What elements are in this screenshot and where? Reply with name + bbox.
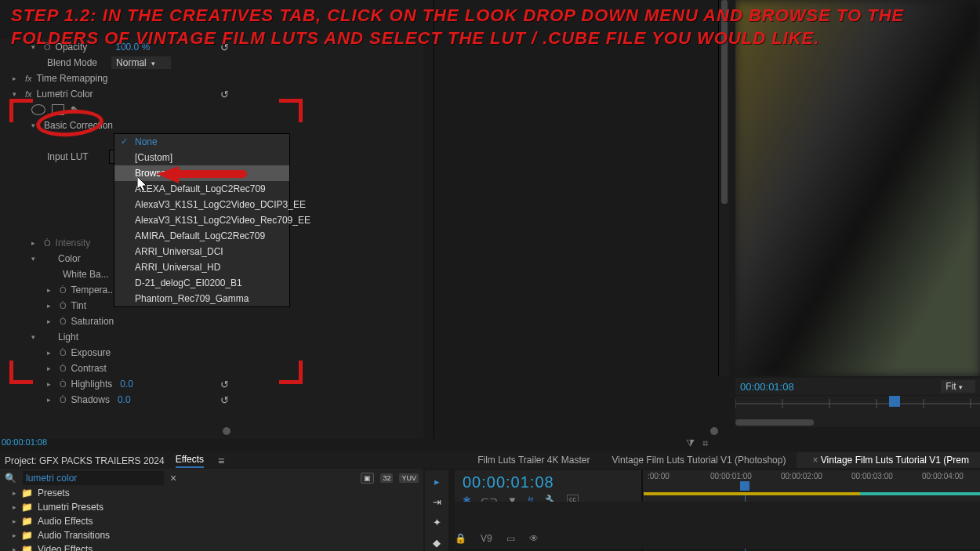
badge-accel[interactable]: ▣: [361, 473, 374, 484]
ripple-tool-icon[interactable]: ⇥: [429, 494, 445, 509]
folder-icon: 📁: [21, 544, 33, 551]
program-ruler[interactable]: [735, 396, 980, 427]
track-label[interactable]: V9: [481, 533, 492, 544]
highlights-label: Highlights: [71, 379, 113, 390]
lumetri-color-row[interactable]: ▾ fx Lumetri Color ↺: [0, 86, 423, 102]
blend-mode-row[interactable]: Blend Mode Normal▾: [0, 55, 423, 71]
folder-icon: 📁: [21, 488, 33, 498]
clear-search-icon[interactable]: ×: [170, 472, 176, 484]
scroll-handle[interactable]: [710, 427, 718, 435]
stopwatch-icon[interactable]: Ò: [60, 379, 67, 389]
chevron-right-icon: ▸: [13, 503, 16, 511]
stopwatch-icon[interactable]: Ò: [60, 301, 67, 310]
stopwatch-icon[interactable]: Ò: [60, 317, 67, 326]
lut-option[interactable]: AlexaV3_K1S1_LogC2Video_DCIP3_EE: [114, 197, 289, 212]
folder-row[interactable]: ▸📁Audio Transitions: [0, 528, 423, 542]
program-footer: 00:00:01:08 Fit ▾: [735, 378, 980, 395]
annotation-bracket: [9, 361, 33, 384]
exposure-label: Exposure: [71, 347, 111, 358]
sequence-tabs: Film Luts Trailer 4K Master Vintage Film…: [423, 451, 980, 469]
track-header-controls: 🔒 V9 ▭ 👁: [455, 533, 539, 544]
lut-option-none[interactable]: ✓ None: [114, 134, 289, 150]
badge-32[interactable]: 32: [380, 473, 393, 483]
render-bar-green: [860, 492, 980, 495]
source-patch-icon[interactable]: ▭: [506, 533, 515, 544]
light-group-row[interactable]: ▾ Light: [0, 329, 423, 345]
lut-option[interactable]: AMIRA_Default_LogC2Rec709: [114, 228, 289, 244]
eye-icon[interactable]: 👁: [529, 533, 539, 544]
lock-icon[interactable]: 🔒: [455, 533, 466, 544]
reset-icon[interactable]: ↺: [220, 89, 229, 100]
effects-search-input[interactable]: [23, 471, 164, 485]
ruler-tick: 00:00:04:00: [922, 472, 964, 480]
folder-row[interactable]: ▸📁Video Effects: [0, 542, 423, 551]
ellipse-mask-icon[interactable]: [31, 104, 45, 115]
program-timecode[interactable]: 00:00:01:08: [740, 381, 794, 393]
highlights-row[interactable]: ▸ Ò Highlights 0.0 ↺: [0, 376, 423, 392]
white-balance-label: White Ba...: [63, 269, 109, 280]
effects-folder-list: ▸📁Presets ▸📁Lumetri Presets ▸📁Audio Effe…: [0, 486, 423, 551]
lut-option-custom[interactable]: [Custom]: [114, 150, 289, 165]
svg-rect-10: [735, 419, 814, 426]
time-remapping-row[interactable]: ▸ fx Time Remapping: [0, 71, 423, 86]
highlights-value[interactable]: 0.0: [120, 379, 133, 390]
program-scrollbar[interactable]: [718, 0, 729, 376]
stopwatch-icon[interactable]: Ò: [60, 395, 67, 404]
folder-row[interactable]: ▸📁Lumetri Presets: [0, 500, 423, 514]
exposure-row[interactable]: ▸ Ò Exposure: [0, 345, 423, 361]
ruler-tick: :00:00: [648, 472, 670, 480]
lut-option[interactable]: Phantom_Rec709_Gamma: [114, 291, 289, 306]
stopwatch-icon[interactable]: Ò: [60, 285, 67, 295]
zoom-fit-select[interactable]: Fit ▾: [941, 380, 975, 393]
chevron-right-icon: ▸: [13, 531, 16, 539]
blend-mode-label: Blend Mode: [47, 57, 97, 68]
funnel-icon[interactable]: ⧩: [686, 437, 695, 450]
scroll-handle[interactable]: [223, 427, 230, 435]
stopwatch-icon[interactable]: Ò: [44, 238, 51, 248]
folder-row[interactable]: ▸📁Presets: [0, 486, 423, 500]
annotation-bracket: [279, 99, 303, 122]
track-select-icon[interactable]: ✦: [429, 514, 445, 530]
lut-option[interactable]: ARRI_Universal_DCI: [114, 244, 289, 259]
chevron-down-icon: ▾: [151, 60, 155, 67]
lut-option[interactable]: ARRI_Universal_HD: [114, 259, 289, 275]
sequence-tab[interactable]: Film Luts Trailer 4K Master: [466, 452, 601, 468]
shadows-row[interactable]: ▸ Ò Shadows 0.0 ↺: [0, 392, 423, 408]
timeline-playhead[interactable]: [740, 481, 750, 491]
lut-option[interactable]: AlexaV3_K1S1_LogC2Video_Rec709_EE: [114, 212, 289, 228]
project-label[interactable]: Project: GFX PACKS TRAILERS 2024: [5, 455, 165, 466]
annotation-bracket: [279, 361, 303, 384]
folder-row[interactable]: ▸📁Audio Effects: [0, 514, 423, 528]
chevron-right-icon: ▸: [13, 489, 16, 497]
stopwatch-icon[interactable]: Ò: [60, 364, 67, 373]
razor-tool-icon[interactable]: ◆: [429, 535, 445, 550]
folder-icon: 📁: [21, 530, 33, 541]
color-label: Color: [58, 253, 81, 264]
badge-yuv[interactable]: YUV: [399, 473, 419, 483]
folder-icon: 📁: [21, 516, 33, 527]
render-bar-yellow: [644, 492, 860, 495]
panel-divider[interactable]: [433, 0, 434, 439]
effects-hscroll[interactable]: [0, 427, 721, 437]
input-lut-dropdown[interactable]: ✓ None [Custom] Browse... ALEXA_Default_…: [114, 133, 290, 307]
temperature-label: Tempera...: [71, 285, 116, 295]
timeline-ruler[interactable]: :00:00 00:00:01:00 00:00:02:00 00:00:03:…: [643, 470, 980, 494]
reset-icon[interactable]: ↺: [220, 379, 229, 390]
contrast-row[interactable]: ▸ Ò Contrast: [0, 361, 423, 376]
shadows-value[interactable]: 0.0: [118, 394, 131, 405]
saturation-row[interactable]: ▸ Ò Saturation: [0, 314, 423, 329]
chevron-right-icon: ▸: [47, 380, 55, 388]
settings-icon[interactable]: ⌗: [702, 437, 708, 450]
lut-option[interactable]: D-21_delogC_EI0200_B1: [114, 275, 289, 291]
sequence-tab[interactable]: Vintage Film Luts Tutorial V1 (Photoshop…: [601, 452, 797, 468]
sequence-tab-active[interactable]: × Vintage Film Luts Tutorial V1 (Prem: [797, 452, 980, 468]
stopwatch-icon[interactable]: Ò: [60, 348, 67, 357]
reset-icon[interactable]: ↺: [220, 394, 229, 406]
annotation-arrow: [157, 166, 251, 198]
chevron-right-icon: ▸: [47, 364, 55, 372]
effects-tab[interactable]: Effects: [176, 454, 204, 468]
panel-menu-icon[interactable]: ≡: [218, 455, 224, 467]
close-icon[interactable]: ×: [812, 455, 818, 466]
selection-tool-icon[interactable]: ▸: [429, 473, 445, 489]
blend-mode-select[interactable]: Normal▾: [111, 56, 171, 69]
